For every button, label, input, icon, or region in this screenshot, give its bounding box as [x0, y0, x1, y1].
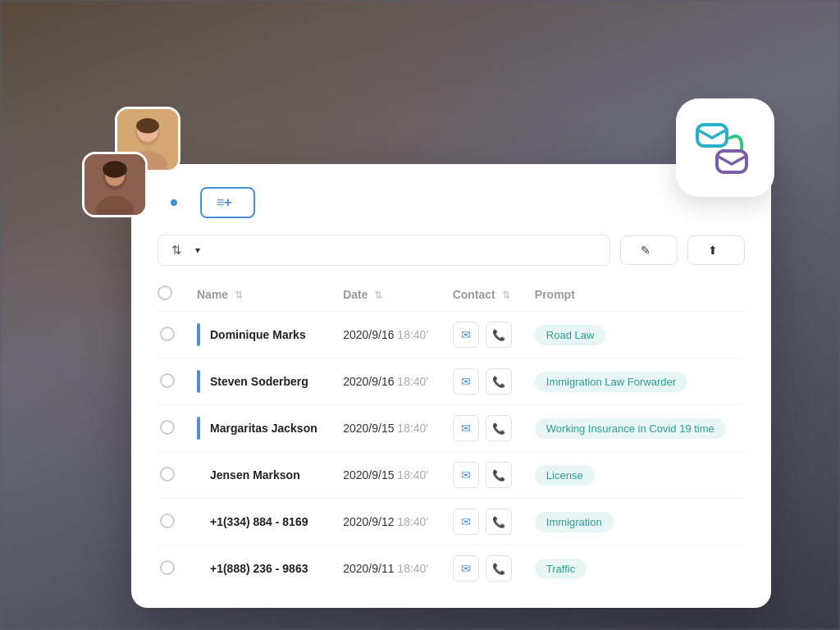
lead-date: 2020/9/15 [343, 468, 394, 482]
bulk-edit-button[interactable]: ✎ [620, 235, 678, 265]
name-cell: +1(888) 236 - 9863 [187, 546, 333, 592]
contact-column-header: Contact ⇅ [443, 279, 525, 312]
sort-icon: ⇅ [171, 243, 182, 258]
bulk-edit-icon: ✎ [641, 244, 651, 257]
lead-time: 18:40' [397, 422, 428, 435]
date-cell: 2020/9/15 18:40' [333, 405, 442, 452]
email-button[interactable]: ✉ [453, 322, 479, 348]
export-icon: ⬆ [708, 244, 718, 257]
lead-time: 18:40' [397, 375, 428, 388]
lead-date: 2020/9/11 [343, 562, 394, 575]
prompt-tag: Working Insurance in Covid 19 time [535, 418, 726, 439]
create-lead-icon: ≡+ [217, 195, 232, 210]
name-column-header: Name ⇅ [187, 279, 333, 312]
table-row: Steven Soderberg 2020/9/16 18:40' ✉ 📞 Im… [158, 358, 745, 405]
blue-indicator [197, 323, 200, 346]
table-row: +1(888) 236 - 9863 2020/9/11 18:40' ✉ 📞 … [158, 546, 745, 592]
row-radio-button[interactable] [160, 326, 175, 341]
phone-button[interactable]: 📞 [486, 415, 512, 441]
lead-name: Margaritas Jackson [210, 422, 317, 435]
date-cell: 2020/9/12 18:40' [333, 499, 442, 546]
phone-button[interactable]: 📞 [486, 555, 512, 582]
email-button[interactable]: ✉ [453, 368, 479, 395]
row-select-cell [158, 312, 187, 358]
prompt-tag: Immigration [535, 512, 614, 532]
svg-point-8 [103, 161, 127, 177]
name-cell: Steven Soderberg [187, 358, 333, 405]
prompt-tag: Immigration Law Forwarder [535, 372, 687, 392]
row-radio-button[interactable] [160, 514, 175, 528]
name-sort-icon: ⇅ [235, 290, 243, 301]
lead-name: Jensen Markson [210, 468, 300, 482]
prompt-cell: License [525, 452, 745, 499]
blue-indicator [197, 417, 200, 440]
lead-name: +1(334) 884 - 8169 [210, 515, 308, 528]
contact-cell: ✉ 📞 [443, 546, 525, 592]
prompt-cell: Immigration [525, 499, 745, 546]
phone-button[interactable]: 📞 [486, 368, 512, 395]
row-radio-button[interactable] [160, 420, 175, 435]
email-button[interactable]: ✉ [453, 555, 479, 582]
name-cell: Dominique Marks [187, 312, 333, 358]
table-row: +1(334) 884 - 8169 2020/9/12 18:40' ✉ 📞 … [158, 499, 745, 546]
lead-name: Dominique Marks [210, 328, 306, 341]
contact-sort-icon: ⇅ [502, 290, 510, 301]
row-radio-button[interactable] [160, 467, 175, 482]
date-cell: 2020/9/16 18:40' [333, 358, 442, 405]
contact-cell: ✉ 📞 [443, 499, 525, 546]
row-radio-button[interactable] [160, 560, 175, 575]
sort-chevron-icon: ▾ [195, 244, 200, 256]
date-sort-icon: ⇅ [374, 290, 382, 301]
row-select-cell [158, 546, 187, 592]
row-select-cell [158, 499, 187, 546]
lead-date: 2020/9/15 [343, 422, 394, 435]
table-row: Margaritas Jackson 2020/9/15 18:40' ✉ 📞 … [158, 405, 745, 452]
prompt-cell: Road Law [525, 312, 745, 358]
contact-cell: ✉ 📞 [443, 405, 525, 452]
date-cell: 2020/9/11 18:40' [333, 546, 442, 592]
svg-rect-10 [697, 125, 727, 146]
select-all-header [158, 279, 187, 312]
email-button[interactable]: ✉ [453, 462, 479, 488]
row-select-cell [158, 452, 187, 499]
card-header: ≡+ [158, 187, 745, 218]
name-cell: +1(334) 884 - 8169 [187, 499, 333, 546]
prompt-tag: License [535, 465, 595, 486]
prompt-tag: Road Law [535, 325, 606, 345]
phone-button[interactable]: 📞 [486, 322, 512, 348]
table-row: Dominique Marks 2020/9/16 18:40' ✉ 📞 Roa… [158, 312, 745, 358]
phone-button[interactable]: 📞 [486, 462, 512, 488]
lead-name: +1(888) 236 - 9863 [210, 562, 308, 575]
email-button[interactable]: ✉ [453, 415, 479, 441]
contact-cell: ✉ 📞 [443, 358, 525, 405]
select-all-radio[interactable] [158, 285, 172, 300]
prompt-column-header: Prompt [525, 279, 745, 312]
toolbar: ⇅ ▾ ✎ ⬆ [158, 235, 745, 266]
lead-time: 18:40' [397, 515, 428, 528]
sort-button[interactable]: ⇅ ▾ [158, 235, 610, 266]
prompt-tag: Traffic [535, 559, 587, 579]
lead-date: 2020/9/16 [343, 375, 394, 388]
name-cell: Margaritas Jackson [187, 405, 333, 452]
phone-button[interactable]: 📞 [486, 509, 512, 535]
avatar-2 [82, 152, 148, 217]
prompt-cell: Traffic [525, 546, 745, 592]
date-column-header: Date ⇅ [333, 279, 442, 312]
lead-time: 18:40' [397, 468, 428, 482]
leads-count [171, 199, 180, 206]
name-cell: Jensen Markson [187, 452, 333, 499]
lead-date: 2020/9/16 [343, 328, 394, 341]
date-cell: 2020/9/15 18:40' [333, 452, 442, 499]
row-radio-button[interactable] [160, 373, 175, 388]
svg-rect-11 [717, 151, 746, 172]
count-dot [171, 199, 177, 206]
email-button[interactable]: ✉ [453, 509, 479, 535]
row-select-cell [158, 405, 187, 452]
export-button[interactable]: ⬆ [687, 235, 745, 265]
contact-cell: ✉ 📞 [443, 452, 525, 499]
app-logo [676, 98, 774, 197]
create-lead-button[interactable]: ≡+ [200, 187, 255, 218]
table-row: Jensen Markson 2020/9/15 18:40' ✉ 📞 Lice… [158, 452, 745, 499]
date-cell: 2020/9/16 18:40' [333, 312, 442, 358]
lead-name: Steven Soderberg [210, 375, 308, 388]
